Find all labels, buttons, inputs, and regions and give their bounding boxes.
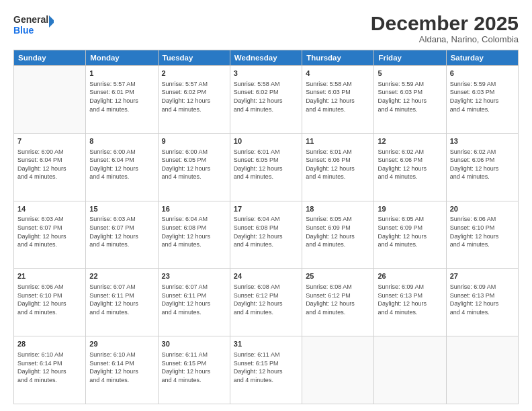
day-number: 19 [378,204,442,214]
day-info: Sunrise: 6:09 AMSunset: 6:13 PMDaylight:… [378,283,442,316]
day-info: Sunrise: 5:59 AMSunset: 6:03 PMDaylight:… [450,80,515,113]
calendar-cell: 24Sunrise: 6:08 AMSunset: 6:12 PMDayligh… [230,269,302,336]
day-info: Sunrise: 6:04 AMSunset: 6:08 PMDaylight:… [162,215,226,248]
day-info: Sunrise: 5:58 AMSunset: 6:03 PMDaylight:… [306,80,370,113]
day-info: Sunrise: 6:05 AMSunset: 6:09 PMDaylight:… [378,215,442,248]
day-number: 17 [234,204,298,214]
day-info: Sunrise: 6:01 AMSunset: 6:06 PMDaylight:… [306,148,370,181]
day-info: Sunrise: 5:57 AMSunset: 6:01 PMDaylight:… [89,80,154,113]
calendar-cell: 6Sunrise: 5:59 AMSunset: 6:03 PMDaylight… [446,66,518,134]
page: General Blue December 2025 Aldana, Narin… [0,0,532,411]
weekday-header-row: Sunday Monday Tuesday Wednesday Thursday… [14,50,519,66]
day-info: Sunrise: 6:00 AMSunset: 6:05 PMDaylight:… [162,148,226,181]
day-info: Sunrise: 6:07 AMSunset: 6:11 PMDaylight:… [89,283,154,316]
calendar-cell: 12Sunrise: 6:02 AMSunset: 6:06 PMDayligh… [374,133,446,201]
day-number: 30 [162,339,226,349]
day-info: Sunrise: 6:01 AMSunset: 6:05 PMDaylight:… [234,148,298,181]
day-info: Sunrise: 6:05 AMSunset: 6:09 PMDaylight:… [306,215,370,248]
day-number: 2 [162,68,226,79]
day-number: 24 [234,271,298,281]
day-number: 23 [162,271,226,281]
calendar-cell: 3Sunrise: 5:58 AMSunset: 6:02 PMDaylight… [230,66,302,134]
day-info: Sunrise: 6:06 AMSunset: 6:10 PMDaylight:… [17,283,82,316]
calendar-cell: 1Sunrise: 5:57 AMSunset: 6:01 PMDaylight… [86,66,158,134]
calendar-cell: 31Sunrise: 6:11 AMSunset: 6:15 PMDayligh… [230,336,302,404]
calendar-cell: 30Sunrise: 6:11 AMSunset: 6:15 PMDayligh… [158,336,230,404]
day-info: Sunrise: 6:10 AMSunset: 6:14 PMDaylight:… [89,351,154,384]
day-number: 9 [162,136,226,146]
month-title: December 2025 [371,12,519,34]
day-info: Sunrise: 6:11 AMSunset: 6:15 PMDaylight:… [234,351,298,384]
calendar-cell [14,66,86,134]
day-number: 10 [234,136,298,146]
day-info: Sunrise: 6:07 AMSunset: 6:11 PMDaylight:… [162,283,226,316]
calendar-cell: 2Sunrise: 5:57 AMSunset: 6:02 PMDaylight… [158,66,230,134]
day-number: 20 [450,204,515,214]
day-info: Sunrise: 5:57 AMSunset: 6:02 PMDaylight:… [162,80,226,113]
day-number: 4 [306,68,370,79]
day-info: Sunrise: 6:09 AMSunset: 6:13 PMDaylight:… [450,283,515,316]
day-number: 14 [17,204,82,214]
day-number: 11 [306,136,370,146]
day-number: 5 [378,68,442,79]
header-tuesday: Tuesday [158,50,230,66]
calendar-cell: 9Sunrise: 6:00 AMSunset: 6:05 PMDaylight… [158,133,230,201]
header-monday: Monday [86,50,158,66]
calendar-cell: 26Sunrise: 6:09 AMSunset: 6:13 PMDayligh… [374,269,446,336]
day-number: 22 [89,271,154,281]
day-info: Sunrise: 6:00 AMSunset: 6:04 PMDaylight:… [17,148,82,181]
calendar-cell: 4Sunrise: 5:58 AMSunset: 6:03 PMDaylight… [302,66,374,134]
day-info: Sunrise: 6:03 AMSunset: 6:07 PMDaylight:… [17,215,82,248]
calendar-cell: 8Sunrise: 6:00 AMSunset: 6:04 PMDaylight… [86,133,158,201]
calendar-cell: 17Sunrise: 6:04 AMSunset: 6:08 PMDayligh… [230,201,302,269]
day-number: 6 [450,68,515,79]
logo-svg: General Blue [13,12,54,38]
day-number: 31 [234,339,298,349]
day-number: 26 [378,271,442,281]
calendar-cell: 29Sunrise: 6:10 AMSunset: 6:14 PMDayligh… [86,336,158,404]
day-info: Sunrise: 6:02 AMSunset: 6:06 PMDaylight:… [450,148,515,181]
calendar-cell: 25Sunrise: 6:08 AMSunset: 6:12 PMDayligh… [302,269,374,336]
header-friday: Friday [374,50,446,66]
calendar-cell: 27Sunrise: 6:09 AMSunset: 6:13 PMDayligh… [446,269,518,336]
calendar-cell: 11Sunrise: 6:01 AMSunset: 6:06 PMDayligh… [302,133,374,201]
day-number: 8 [89,136,154,146]
calendar-cell: 23Sunrise: 6:07 AMSunset: 6:11 PMDayligh… [158,269,230,336]
day-number: 7 [17,136,82,146]
day-info: Sunrise: 6:11 AMSunset: 6:15 PMDaylight:… [162,351,226,384]
calendar-cell: 22Sunrise: 6:07 AMSunset: 6:11 PMDayligh… [86,269,158,336]
day-number: 27 [450,271,515,281]
calendar-cell [446,336,518,404]
calendar-cell: 10Sunrise: 6:01 AMSunset: 6:05 PMDayligh… [230,133,302,201]
calendar-cell: 28Sunrise: 6:10 AMSunset: 6:14 PMDayligh… [14,336,86,404]
day-info: Sunrise: 6:03 AMSunset: 6:07 PMDaylight:… [89,215,154,248]
calendar-cell: 16Sunrise: 6:04 AMSunset: 6:08 PMDayligh… [158,201,230,269]
calendar-table: Sunday Monday Tuesday Wednesday Thursday… [13,50,519,404]
day-number: 21 [17,271,82,281]
day-number: 16 [162,204,226,214]
calendar-cell: 5Sunrise: 5:59 AMSunset: 6:03 PMDaylight… [374,66,446,134]
day-info: Sunrise: 6:00 AMSunset: 6:04 PMDaylight:… [89,148,154,181]
calendar-cell: 21Sunrise: 6:06 AMSunset: 6:10 PMDayligh… [14,269,86,336]
calendar-cell: 13Sunrise: 6:02 AMSunset: 6:06 PMDayligh… [446,133,518,201]
calendar-cell: 19Sunrise: 6:05 AMSunset: 6:09 PMDayligh… [374,201,446,269]
calendar-week-4: 28Sunrise: 6:10 AMSunset: 6:14 PMDayligh… [14,336,519,404]
day-number: 12 [378,136,442,146]
day-number: 15 [89,204,154,214]
day-info: Sunrise: 5:59 AMSunset: 6:03 PMDaylight:… [378,80,442,113]
day-number: 3 [234,68,298,79]
header: General Blue December 2025 Aldana, Narin… [13,12,519,44]
calendar-cell: 15Sunrise: 6:03 AMSunset: 6:07 PMDayligh… [86,201,158,269]
svg-text:Blue: Blue [13,25,34,36]
day-info: Sunrise: 6:06 AMSunset: 6:10 PMDaylight:… [450,215,515,248]
day-info: Sunrise: 6:08 AMSunset: 6:12 PMDaylight:… [306,283,370,316]
day-number: 28 [17,339,82,349]
day-info: Sunrise: 5:58 AMSunset: 6:02 PMDaylight:… [234,80,298,113]
calendar-cell: 18Sunrise: 6:05 AMSunset: 6:09 PMDayligh… [302,201,374,269]
day-info: Sunrise: 6:04 AMSunset: 6:08 PMDaylight:… [234,215,298,248]
header-thursday: Thursday [302,50,374,66]
calendar-week-1: 7Sunrise: 6:00 AMSunset: 6:04 PMDaylight… [14,133,519,201]
svg-marker-2 [49,15,54,28]
calendar-cell [374,336,446,404]
day-number: 18 [306,204,370,214]
